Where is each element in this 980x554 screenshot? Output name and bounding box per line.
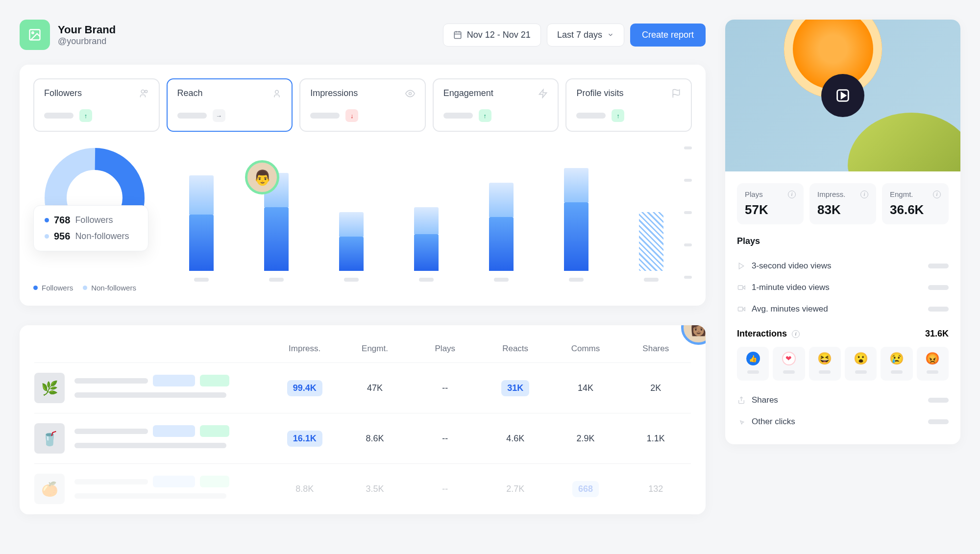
- svg-point-7: [145, 90, 147, 93]
- svg-rect-2: [454, 32, 461, 39]
- chart-legend: Followers Non-followers: [33, 284, 156, 292]
- metric-tab-reach[interactable]: Reach →: [167, 78, 293, 132]
- plays-detail-row: Avg. minutes viewed: [737, 298, 949, 320]
- trend-up-icon: ↑: [612, 109, 624, 122]
- svg-rect-19: [738, 307, 742, 311]
- mini-metric-engmt: Engmt. 36.6K: [882, 183, 949, 224]
- reaction-like[interactable]: 👍: [737, 347, 769, 381]
- period-label: Last 7 days: [557, 30, 602, 40]
- post-thumbnail: 🌿: [34, 373, 65, 403]
- svg-point-6: [141, 90, 145, 93]
- cell-reacts: 4.6K: [480, 434, 550, 444]
- table-header: Impress.Engmt.PlaysReactsCommsShares: [34, 335, 691, 363]
- brand-handle: @yourbrand: [58, 36, 116, 47]
- trend-down-icon: ↓: [345, 109, 358, 122]
- cell-impress: 99.4K: [270, 380, 340, 396]
- trend-up-icon: ↑: [479, 109, 491, 122]
- svg-marker-15: [841, 93, 846, 98]
- cell-engmt: 47K: [340, 383, 410, 393]
- trend-up-icon: ↑: [79, 109, 92, 122]
- donut-nonfollowers-label: Non-followers: [75, 231, 129, 241]
- post-thumbnail: 🍊: [34, 474, 65, 504]
- user-icon: [272, 89, 282, 98]
- video-icon: [737, 283, 746, 292]
- column-header: Comms: [550, 344, 620, 354]
- cell-comms: 2.9K: [550, 434, 620, 444]
- table-row[interactable]: 🥤 16.1K 8.6K -- 4.6K 2.9K 1.1K: [34, 413, 691, 464]
- calendar-icon: [453, 30, 462, 39]
- date-range-label: Nov 12 - Nov 21: [467, 30, 531, 40]
- brand-name: Your Brand: [58, 24, 116, 36]
- plays-section-title: Plays: [737, 236, 949, 246]
- donut-nonfollowers-value: 956: [54, 231, 70, 242]
- metric-tab-impressions[interactable]: Impressions ↓: [299, 78, 426, 132]
- bar-column: [400, 144, 453, 282]
- reaction-heart[interactable]: ❤: [773, 347, 805, 381]
- post-thumbnail: 🥤: [34, 423, 65, 454]
- brand-block: Your Brand @yourbrand: [20, 20, 116, 50]
- mini-metric-plays: Plays 57K: [737, 183, 804, 224]
- info-icon[interactable]: [860, 191, 868, 198]
- cell-reacts: 2.7K: [480, 484, 550, 494]
- play-button[interactable]: [821, 74, 864, 117]
- reaction-wow[interactable]: 😮: [845, 347, 877, 381]
- period-select[interactable]: Last 7 days: [547, 24, 624, 47]
- svg-point-9: [409, 92, 411, 95]
- bar-column: [625, 144, 677, 282]
- metric-tab-profile-visits[interactable]: Profile visits ↑: [565, 78, 692, 132]
- info-icon[interactable]: [788, 191, 796, 198]
- bar-column: [175, 144, 228, 282]
- svg-rect-17: [738, 286, 742, 289]
- reaction-laugh[interactable]: 😆: [809, 347, 841, 381]
- metric-tab-engagement[interactable]: Engagement ↑: [433, 78, 559, 132]
- plays-detail-row: 3-second video views: [737, 255, 949, 277]
- cell-engmt: 3.5K: [340, 484, 410, 494]
- eye-icon: [405, 89, 415, 98]
- column-header: Impress.: [270, 344, 340, 354]
- media-preview: [725, 20, 960, 171]
- interactions-total: 31.6K: [925, 329, 949, 339]
- trend-neutral-icon: →: [213, 109, 225, 122]
- svg-marker-10: [539, 89, 547, 97]
- column-header: Reacts: [480, 344, 550, 354]
- video-icon: [737, 305, 746, 313]
- post-detail-card: Plays 57K Impress. 83K Engmt. 36.6K Play…: [725, 20, 960, 444]
- info-icon[interactable]: [792, 330, 800, 338]
- share-icon: [737, 396, 746, 405]
- cell-engmt: 8.6K: [340, 434, 410, 444]
- donut-followers-label: Followers: [75, 215, 113, 225]
- metric-tab-followers[interactable]: Followers ↑: [33, 78, 160, 132]
- table-row[interactable]: 🍊 8.8K 3.5K -- 2.7K 668 132: [34, 464, 691, 514]
- reaction-sad[interactable]: 😢: [881, 347, 912, 381]
- donut-followers-value: 768: [54, 215, 70, 226]
- svg-marker-18: [743, 286, 745, 289]
- cell-impress: 8.8K: [270, 484, 340, 494]
- bar-column: [325, 144, 378, 282]
- cell-plays: --: [410, 434, 480, 444]
- info-icon[interactable]: [933, 191, 941, 198]
- cell-plays: --: [410, 484, 480, 494]
- cell-shares: 132: [621, 484, 691, 494]
- donut-legend: 768 Followers 956 Non-followers: [33, 205, 148, 251]
- collaborator-avatar-1[interactable]: 👨: [245, 160, 279, 194]
- date-range-button[interactable]: Nov 12 - Nov 21: [443, 24, 541, 47]
- svg-marker-20: [743, 308, 745, 311]
- plays-detail-row: 1-minute video views: [737, 277, 949, 298]
- brand-logo: [20, 20, 50, 50]
- click-icon: [737, 417, 746, 426]
- table-row[interactable]: 🌿 99.4K 47K -- 31K 14K 2K: [34, 363, 691, 413]
- create-report-button[interactable]: Create report: [630, 24, 706, 47]
- mini-metric-impress: Impress. 83K: [809, 183, 876, 224]
- interactions-title: Interactions: [737, 329, 800, 339]
- column-header: Engmt.: [340, 344, 410, 354]
- svg-point-1: [32, 32, 34, 34]
- extra-detail-row: Other clicks: [737, 411, 949, 433]
- reaction-angry[interactable]: 😡: [917, 347, 949, 381]
- svg-point-8: [275, 90, 279, 94]
- cell-comms: 14K: [550, 383, 620, 393]
- bolt-icon: [538, 89, 548, 98]
- svg-marker-16: [739, 263, 743, 269]
- metrics-card: Followers ↑ Reach → Impressions ↓ Engage…: [20, 65, 706, 306]
- play-icon: [737, 262, 746, 270]
- users-icon: [139, 89, 149, 98]
